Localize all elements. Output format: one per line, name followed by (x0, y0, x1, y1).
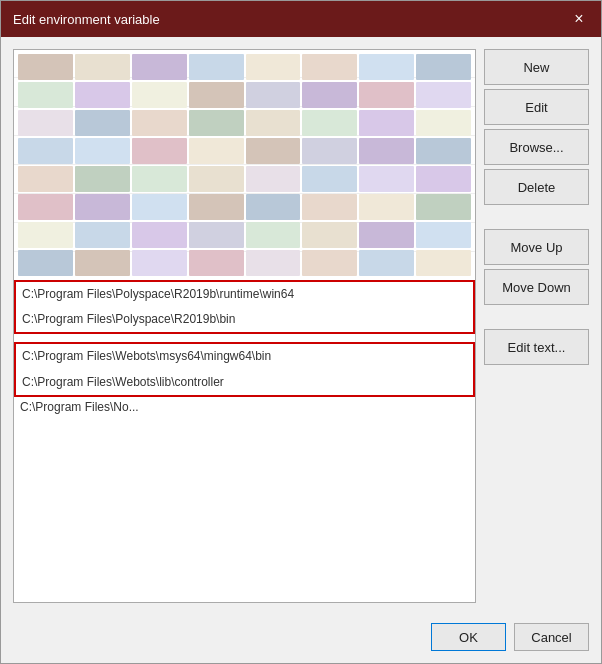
edit-button[interactable]: Edit (484, 89, 589, 125)
new-button[interactable]: New (484, 49, 589, 85)
buttons-panel: New Edit Browse... Delete Move Up Move D… (484, 49, 589, 603)
content-area: C:\Program Files\Polyspace\R2019b\runtim… (1, 37, 601, 615)
dialog: Edit environment variable × (0, 0, 602, 664)
path-list-scroll[interactable]: C:\Program Files\Polyspace\R2019b\runtim… (14, 50, 475, 602)
close-button[interactable]: × (569, 9, 589, 29)
path-group-2: C:\Program Files\Webots\msys64\mingw64\b… (14, 342, 475, 396)
edit-text-button[interactable]: Edit text... (484, 329, 589, 365)
move-down-button[interactable]: Move Down (484, 269, 589, 305)
list-item-cutoff[interactable]: C:\Program Files\No... (14, 397, 475, 419)
move-up-button[interactable]: Move Up (484, 229, 589, 265)
dialog-title: Edit environment variable (13, 12, 160, 27)
button-spacer-2 (484, 309, 589, 329)
list-item[interactable]: C:\Program Files\Polyspace\R2019b\runtim… (16, 282, 473, 307)
path-group-1: C:\Program Files\Polyspace\R2019b\runtim… (14, 280, 475, 334)
cancel-button[interactable]: Cancel (514, 623, 589, 651)
delete-button[interactable]: Delete (484, 169, 589, 205)
blurred-paths (14, 50, 475, 280)
list-item[interactable]: C:\Program Files\Polyspace\R2019b\bin (16, 307, 473, 332)
title-bar: Edit environment variable × (1, 1, 601, 37)
list-item[interactable]: C:\Program Files\Webots\lib\controller (16, 370, 473, 395)
list-panel: C:\Program Files\Polyspace\R2019b\runtim… (13, 49, 476, 603)
list-item[interactable]: C:\Program Files\Webots\msys64\mingw64\b… (16, 344, 473, 369)
browse-button[interactable]: Browse... (484, 129, 589, 165)
bottom-bar: OK Cancel (1, 615, 601, 663)
button-spacer (484, 209, 589, 229)
ok-button[interactable]: OK (431, 623, 506, 651)
spacer (14, 334, 475, 342)
